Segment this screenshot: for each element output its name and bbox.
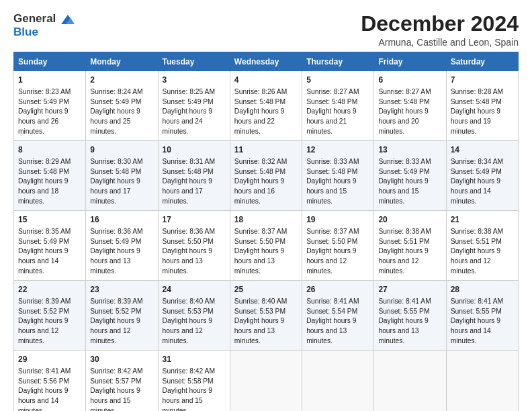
day-info: Sunrise: 8:39 AMSunset: 5:52 PMDaylight …: [18, 298, 71, 345]
day-number: 23: [90, 284, 153, 295]
day-info: Sunrise: 8:33 AMSunset: 5:49 PMDaylight …: [378, 158, 431, 205]
main-title: December 2024: [361, 12, 519, 36]
week-row-1: 1Sunrise: 8:23 AMSunset: 5:49 PMDaylight…: [14, 71, 519, 141]
day-number: 15: [18, 214, 81, 226]
day-info: Sunrise: 8:37 AMSunset: 5:50 PMDaylight …: [234, 228, 287, 275]
calendar-cell: 28Sunrise: 8:41 AMSunset: 5:55 PMDayligh…: [446, 281, 518, 351]
col-header-sunday: Sunday: [14, 52, 86, 71]
day-number: 11: [234, 144, 298, 156]
calendar-cell: [374, 351, 446, 411]
logo: General Blue: [13, 12, 75, 39]
day-info: Sunrise: 8:38 AMSunset: 5:51 PMDaylight …: [451, 228, 503, 275]
day-info: Sunrise: 8:38 AMSunset: 5:51 PMDaylight …: [378, 228, 431, 275]
day-number: 16: [90, 214, 153, 226]
logo-text: General: [13, 12, 75, 27]
day-info: Sunrise: 8:42 AMSunset: 5:58 PMDaylight …: [163, 367, 215, 411]
day-number: 22: [18, 284, 81, 295]
day-info: Sunrise: 8:30 AMSunset: 5:48 PMDaylight …: [90, 158, 142, 205]
calendar-cell: 12Sunrise: 8:33 AMSunset: 5:48 PMDayligh…: [302, 141, 374, 211]
col-header-monday: Monday: [86, 52, 158, 71]
calendar-cell: 21Sunrise: 8:38 AMSunset: 5:51 PMDayligh…: [446, 211, 518, 281]
day-info: Sunrise: 8:41 AMSunset: 5:56 PMDaylight …: [18, 367, 71, 411]
day-info: Sunrise: 8:41 AMSunset: 5:55 PMDaylight …: [451, 298, 503, 345]
day-number: 26: [306, 284, 369, 295]
calendar-cell: 13Sunrise: 8:33 AMSunset: 5:49 PMDayligh…: [374, 141, 446, 211]
day-number: 9: [90, 144, 153, 156]
logo-blue: Blue: [13, 26, 75, 39]
week-row-2: 8Sunrise: 8:29 AMSunset: 5:48 PMDaylight…: [14, 141, 519, 211]
day-info: Sunrise: 8:23 AMSunset: 5:49 PMDaylight …: [18, 88, 71, 136]
subtitle: Armuna, Castille and Leon, Spain: [361, 37, 519, 48]
day-number: 12: [306, 144, 369, 156]
logo-general: General: [13, 12, 56, 25]
day-info: Sunrise: 8:27 AMSunset: 5:48 PMDaylight …: [306, 88, 359, 136]
page: General Blue December 2024 Armuna, Casti…: [0, 0, 532, 411]
day-info: Sunrise: 8:35 AMSunset: 5:49 PMDaylight …: [18, 228, 71, 275]
calendar-cell: 17Sunrise: 8:36 AMSunset: 5:50 PMDayligh…: [158, 211, 230, 281]
calendar-table: SundayMondayTuesdayWednesdayThursdayFrid…: [13, 52, 519, 411]
week-row-4: 22Sunrise: 8:39 AMSunset: 5:52 PMDayligh…: [14, 281, 519, 351]
day-info: Sunrise: 8:27 AMSunset: 5:48 PMDaylight …: [378, 88, 431, 136]
day-number: 19: [306, 214, 369, 226]
day-number: 2: [90, 75, 153, 86]
day-info: Sunrise: 8:29 AMSunset: 5:48 PMDaylight …: [18, 158, 71, 205]
col-header-thursday: Thursday: [302, 52, 374, 71]
calendar-cell: 2Sunrise: 8:24 AMSunset: 5:49 PMDaylight…: [86, 71, 158, 141]
day-number: 28: [451, 284, 514, 295]
day-number: 30: [90, 354, 153, 365]
calendar-cell: 11Sunrise: 8:32 AMSunset: 5:48 PMDayligh…: [230, 141, 302, 211]
header-row: SundayMondayTuesdayWednesdayThursdayFrid…: [14, 52, 519, 71]
week-row-3: 15Sunrise: 8:35 AMSunset: 5:49 PMDayligh…: [14, 211, 519, 281]
day-number: 18: [234, 214, 298, 226]
day-number: 24: [163, 284, 226, 295]
calendar-cell: 15Sunrise: 8:35 AMSunset: 5:49 PMDayligh…: [14, 211, 86, 281]
day-info: Sunrise: 8:40 AMSunset: 5:53 PMDaylight …: [234, 298, 287, 345]
calendar-cell: 18Sunrise: 8:37 AMSunset: 5:50 PMDayligh…: [230, 211, 302, 281]
calendar-cell: 3Sunrise: 8:25 AMSunset: 5:49 PMDaylight…: [158, 71, 230, 141]
calendar-cell: 7Sunrise: 8:28 AMSunset: 5:48 PMDaylight…: [446, 71, 518, 141]
day-info: Sunrise: 8:24 AMSunset: 5:49 PMDaylight …: [90, 88, 142, 136]
calendar-cell: 27Sunrise: 8:41 AMSunset: 5:55 PMDayligh…: [374, 281, 446, 351]
calendar-cell: [302, 351, 374, 411]
day-number: 25: [234, 284, 298, 295]
day-number: 8: [18, 144, 81, 156]
calendar-cell: 20Sunrise: 8:38 AMSunset: 5:51 PMDayligh…: [374, 211, 446, 281]
col-header-friday: Friday: [374, 52, 446, 71]
day-info: Sunrise: 8:25 AMSunset: 5:49 PMDaylight …: [163, 88, 215, 136]
day-number: 5: [306, 75, 369, 86]
day-number: 21: [451, 214, 514, 226]
calendar-cell: 31Sunrise: 8:42 AMSunset: 5:58 PMDayligh…: [158, 351, 230, 411]
calendar-cell: 6Sunrise: 8:27 AMSunset: 5:48 PMDaylight…: [374, 71, 446, 141]
calendar-cell: 8Sunrise: 8:29 AMSunset: 5:48 PMDaylight…: [14, 141, 86, 211]
day-info: Sunrise: 8:37 AMSunset: 5:50 PMDaylight …: [306, 228, 359, 275]
day-info: Sunrise: 8:26 AMSunset: 5:48 PMDaylight …: [234, 88, 287, 136]
logo-icon: [57, 12, 75, 27]
day-number: 13: [378, 144, 441, 156]
title-block: December 2024 Armuna, Castille and Leon,…: [361, 12, 519, 48]
calendar-cell: [446, 351, 518, 411]
calendar-cell: 19Sunrise: 8:37 AMSunset: 5:50 PMDayligh…: [302, 211, 374, 281]
day-info: Sunrise: 8:31 AMSunset: 5:48 PMDaylight …: [163, 158, 215, 205]
day-number: 20: [378, 214, 441, 226]
calendar-cell: 9Sunrise: 8:30 AMSunset: 5:48 PMDaylight…: [86, 141, 158, 211]
col-header-wednesday: Wednesday: [230, 52, 302, 71]
day-info: Sunrise: 8:32 AMSunset: 5:48 PMDaylight …: [234, 158, 287, 205]
day-number: 29: [18, 354, 81, 365]
calendar-cell: [230, 351, 302, 411]
day-number: 7: [451, 75, 514, 86]
day-info: Sunrise: 8:41 AMSunset: 5:54 PMDaylight …: [306, 298, 359, 345]
calendar-cell: 16Sunrise: 8:36 AMSunset: 5:49 PMDayligh…: [86, 211, 158, 281]
day-info: Sunrise: 8:36 AMSunset: 5:49 PMDaylight …: [90, 228, 142, 275]
calendar-cell: 22Sunrise: 8:39 AMSunset: 5:52 PMDayligh…: [14, 281, 86, 351]
col-header-tuesday: Tuesday: [158, 52, 230, 71]
day-info: Sunrise: 8:28 AMSunset: 5:48 PMDaylight …: [451, 88, 503, 136]
day-number: 10: [163, 144, 226, 156]
day-number: 17: [163, 214, 226, 226]
header: General Blue December 2024 Armuna, Casti…: [13, 12, 519, 48]
calendar-cell: 5Sunrise: 8:27 AMSunset: 5:48 PMDaylight…: [302, 71, 374, 141]
calendar-cell: 25Sunrise: 8:40 AMSunset: 5:53 PMDayligh…: [230, 281, 302, 351]
calendar-cell: 30Sunrise: 8:42 AMSunset: 5:57 PMDayligh…: [86, 351, 158, 411]
col-header-saturday: Saturday: [446, 52, 518, 71]
day-info: Sunrise: 8:42 AMSunset: 5:57 PMDaylight …: [90, 367, 142, 411]
day-info: Sunrise: 8:39 AMSunset: 5:52 PMDaylight …: [90, 298, 142, 345]
